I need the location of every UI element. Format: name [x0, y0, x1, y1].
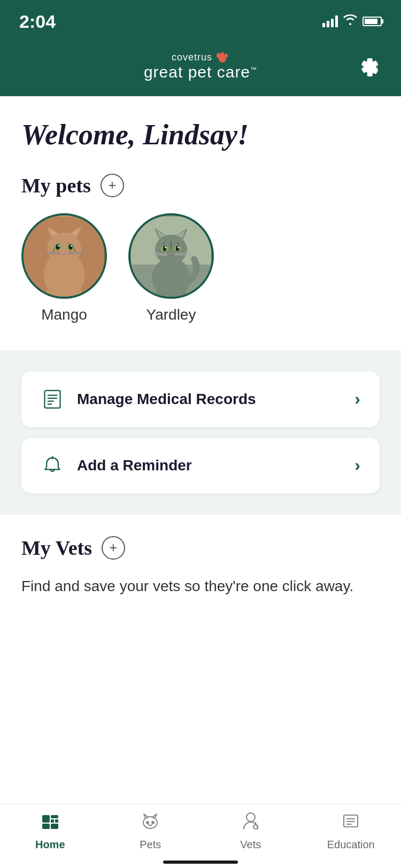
- medical-records-icon: [41, 389, 64, 410]
- svg-point-27: [67, 288, 82, 297]
- svg-point-20: [71, 245, 72, 246]
- manage-medical-records-card[interactable]: Manage Medical Records ›: [21, 371, 380, 427]
- nav-item-pets[interactable]: Pets: [101, 804, 201, 857]
- add-reminder-card[interactable]: Add a Reminder ›: [21, 438, 380, 493]
- logo-paw-icon: [215, 51, 229, 63]
- reminder-icon: [41, 455, 64, 476]
- svg-point-42: [176, 246, 179, 251]
- svg-point-68: [152, 821, 154, 824]
- svg-point-3: [219, 55, 226, 63]
- battery-icon: [363, 17, 382, 26]
- pets-list: Mango: [21, 213, 380, 323]
- education-icon: [341, 811, 361, 835]
- nav-item-vets[interactable]: Vets: [200, 804, 301, 857]
- pet-name-mango: Mango: [41, 306, 87, 323]
- card-left: Add a Reminder: [41, 455, 192, 476]
- svg-point-44: [178, 246, 179, 248]
- add-vet-button[interactable]: +: [102, 536, 125, 560]
- logo-main-text: great pet care™: [144, 63, 257, 81]
- svg-rect-62: [42, 824, 50, 829]
- medical-records-label: Manage Medical Records: [77, 391, 256, 408]
- vets-section: My Vets + Find and save your vets so the…: [0, 515, 401, 613]
- status-bar: 2:04: [0, 0, 401, 43]
- svg-point-67: [146, 821, 149, 824]
- reminder-chevron: ›: [354, 455, 360, 475]
- add-pet-button[interactable]: +: [101, 174, 124, 197]
- pet-avatar-yardley: [128, 213, 214, 299]
- logo-covetrus-text: covetrus: [172, 52, 212, 63]
- signal-icon: [322, 15, 338, 27]
- medical-records-chevron: ›: [354, 389, 360, 409]
- actions-section: Manage Medical Records › Add a Reminder …: [0, 350, 401, 515]
- svg-marker-65: [144, 814, 148, 818]
- svg-rect-60: [51, 819, 54, 823]
- bottom-nav: Home Pets Vets: [0, 804, 401, 868]
- svg-point-18: [69, 244, 73, 250]
- nav-item-education[interactable]: Education: [301, 804, 402, 857]
- pet-item-mango[interactable]: Mango: [21, 213, 107, 323]
- nav-item-home[interactable]: Home: [0, 804, 101, 857]
- pet-name-yardley: Yardley: [146, 306, 196, 323]
- app-header: covetrus great pet care™: [0, 43, 401, 96]
- reminder-label: Add a Reminder: [77, 457, 192, 474]
- svg-rect-61: [55, 819, 58, 823]
- pets-icon: [140, 811, 160, 835]
- mango-cat-illustration: [24, 216, 104, 297]
- svg-point-19: [58, 245, 59, 246]
- main-content: Welcome, Lindsay! My pets +: [0, 96, 401, 682]
- pet-item-yardley[interactable]: Yardley: [128, 213, 214, 323]
- settings-button[interactable]: [359, 57, 380, 82]
- nav-label-vets: Vets: [240, 839, 261, 851]
- card-left: Manage Medical Records: [41, 389, 256, 410]
- welcome-section: Welcome, Lindsay!: [0, 96, 401, 168]
- svg-marker-66: [152, 814, 157, 818]
- welcome-heading: Welcome, Lindsay!: [21, 118, 380, 152]
- app-logo: covetrus great pet care™: [144, 51, 257, 81]
- svg-point-6: [47, 232, 81, 265]
- nav-label-pets: Pets: [140, 839, 161, 851]
- svg-rect-63: [51, 824, 58, 829]
- svg-rect-52: [44, 390, 60, 408]
- nav-label-home: Home: [35, 839, 65, 851]
- status-time: 2:04: [19, 11, 56, 32]
- status-icons: [322, 14, 382, 28]
- svg-point-26: [47, 288, 61, 297]
- vets-description: Find and save your vets so they're one c…: [21, 576, 380, 596]
- vets-title: My Vets: [21, 536, 92, 560]
- wifi-icon: [343, 14, 357, 28]
- svg-rect-58: [42, 815, 50, 823]
- nav-label-education: Education: [327, 839, 375, 851]
- svg-point-43: [165, 246, 166, 248]
- pet-avatar-mango: [21, 213, 107, 299]
- vets-icon: [241, 811, 261, 835]
- home-indicator: [163, 861, 238, 864]
- vets-header: My Vets +: [21, 536, 380, 560]
- yardley-cat-illustration: [131, 216, 211, 297]
- svg-point-17: [56, 244, 60, 250]
- pets-section: My pets +: [0, 168, 401, 345]
- pets-title: My pets: [21, 174, 91, 197]
- svg-point-31: [155, 235, 187, 265]
- home-icon: [40, 811, 60, 835]
- svg-point-41: [163, 246, 166, 251]
- svg-point-69: [246, 813, 255, 821]
- svg-rect-59: [51, 815, 58, 818]
- pets-header: My pets +: [21, 174, 380, 197]
